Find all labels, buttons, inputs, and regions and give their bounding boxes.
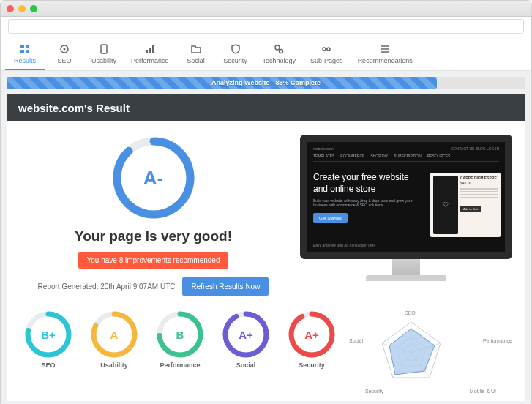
tab-technology[interactable]: Technology [255,38,304,70]
svg-rect-0 [20,45,24,48]
preview-hero-sub: Build your website with easy drag & drop… [313,198,423,207]
svg-point-10 [275,45,280,50]
score-grade: B+ [24,310,72,359]
tab-results[interactable]: Results [5,38,45,70]
preview-card-price: $45.00 [460,181,498,185]
device-icon [99,44,109,54]
link-icon [321,44,331,54]
target-icon [59,44,70,54]
preview-top-links: CONTACT US BLOG LOG IN [451,146,499,151]
score-grade: A+ [222,310,270,359]
preview-cta: Get Started [313,213,348,223]
progress-bar: Analyzing Website - 83% Complete [7,77,525,89]
svg-rect-3 [26,50,29,53]
preview-product-card: ♡ CARPE DIEM ESPRE $45.00 Add to Cart [430,173,501,237]
improvements-badge: You have 8 improvements recommended [78,252,229,269]
maximize-icon[interactable] [30,5,37,12]
tab-usability[interactable]: Usability [84,38,124,70]
radar-label-social: Social [349,338,363,343]
score-label: Usability [86,362,143,369]
preview-nav-item: TEMPLATES [313,154,334,158]
headline: Your page is very good! [20,228,287,244]
score-label: SEO [20,362,77,369]
score-label: Social [217,362,274,369]
preview-hero-2: and online store [313,184,423,195]
preview-nav-item: RESOURCES [427,154,451,158]
preview-hero-1: Create your free website [313,172,423,184]
preview-nav-item: SUBSCRIPTION [394,154,422,158]
page-title: website.com's Result [7,94,525,121]
refresh-button[interactable]: Refresh Results Now [182,277,269,296]
tab-sub-pages[interactable]: Sub-Pages [303,38,351,70]
svg-marker-39 [389,329,435,375]
progress-text: Analyzing Website - 83% Complete [7,77,525,89]
nav-tabs: ResultsSEOUsabilityPerformanceSocialSecu… [1,38,531,71]
preview-nav-item: ECOMMERCE [340,154,364,158]
score-label: Security [283,362,340,369]
preview-card-title: CARPE DIEM ESPRE [460,176,498,180]
report-timestamp: Report Generated: 20th April 9:07AM UTC [38,283,176,291]
site-preview-monitor: website·com CONTACT US BLOG LOG IN TEMPL… [300,135,512,281]
tab-recommendations[interactable]: Recommendations [351,38,420,70]
close-icon[interactable] [7,5,14,12]
score-label: Performance [151,362,209,369]
tab-seo[interactable]: SEO [45,38,84,70]
shield-icon [231,44,241,54]
svg-rect-9 [152,45,154,53]
radar-label-security: Security [365,389,383,394]
preview-nav-item: SHOP DIY [370,154,388,158]
tab-performance[interactable]: Performance [124,38,176,70]
svg-point-5 [64,48,66,50]
grid-icon [20,44,30,54]
svg-rect-1 [26,45,29,48]
score-grade: A+ [288,310,336,359]
score-seo: B+SEO [20,310,77,369]
bars-icon [145,44,155,54]
score-social: A+Social [217,310,274,369]
heart-icon: ♡ [443,201,449,209]
minimize-icon[interactable] [18,5,26,12]
radar-label-performance: Performance [483,338,512,343]
overall-grade-ring: A- [110,135,197,221]
preview-footer: Easy and free with no transaction fees [313,243,499,247]
radar-chart: SEO Performance Mobile & UI Security Soc… [349,310,512,394]
overall-grade: A- [110,135,197,221]
svg-point-12 [323,48,326,50]
folder-icon [191,44,201,54]
radar-label-seo: SEO [405,310,416,315]
score-security: A+Security [283,310,340,369]
score-performance: BPerformance [151,310,209,369]
gears-icon [274,44,284,54]
preview-brand: website·com [313,146,334,151]
score-grade: A [90,310,138,359]
list-icon [380,44,390,54]
svg-rect-8 [149,48,151,53]
score-grade: B [156,310,204,359]
svg-rect-6 [101,45,107,53]
score-usability: AUsability [86,310,143,369]
radar-label-mobile: Mobile & UI [470,389,496,394]
tab-security[interactable]: Security [216,38,255,70]
svg-point-13 [327,48,330,50]
svg-point-11 [280,50,283,53]
svg-rect-7 [146,50,148,53]
url-bar[interactable] [8,19,524,34]
svg-rect-2 [20,50,24,53]
tab-social[interactable]: Social [176,38,216,70]
window-titlebar [1,1,531,17]
preview-card-btn: Add to Cart [460,206,481,212]
